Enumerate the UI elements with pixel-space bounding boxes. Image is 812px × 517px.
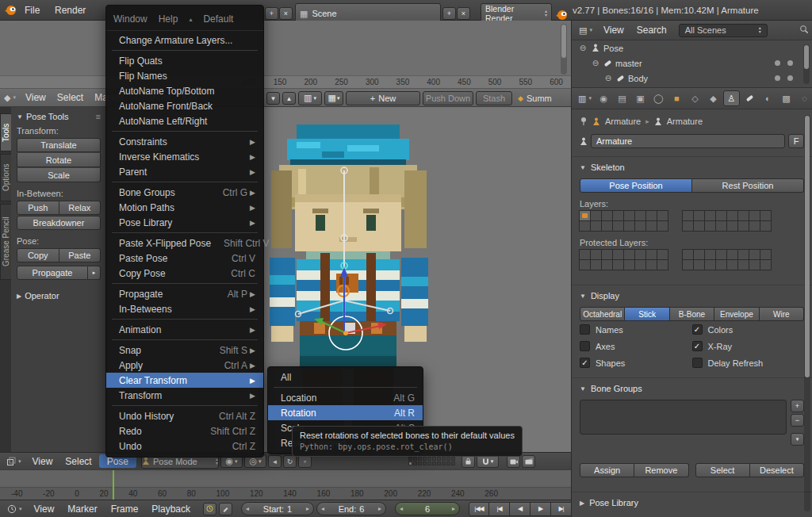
outliner-row-master[interactable]: ⊖ master bbox=[572, 56, 812, 71]
select-button[interactable]: Select bbox=[695, 463, 750, 477]
layer-toggle[interactable] bbox=[634, 210, 646, 221]
layer-toggle[interactable] bbox=[427, 461, 431, 465]
play-reverse-button[interactable]: ◀ bbox=[510, 502, 530, 516]
pin-icon[interactable] bbox=[580, 117, 588, 126]
outliner-row-body[interactable]: ⊖ Body bbox=[572, 71, 812, 86]
layer-toggle[interactable] bbox=[612, 210, 624, 221]
layer-toggle[interactable] bbox=[737, 210, 749, 221]
operator-collapse-icon[interactable]: ▶ bbox=[17, 293, 21, 300]
tab-tools[interactable]: Tools bbox=[0, 113, 11, 151]
layer-toggle[interactable] bbox=[418, 457, 422, 461]
armature-name-field[interactable]: Armature bbox=[591, 134, 785, 148]
layer-toggle[interactable] bbox=[726, 249, 738, 260]
layer-toggle[interactable] bbox=[437, 457, 441, 461]
layer-toggle[interactable] bbox=[645, 220, 657, 232]
layer-toggle[interactable] bbox=[442, 457, 446, 461]
layer-toggle[interactable] bbox=[749, 249, 760, 260]
menu-item-apply[interactable]: ApplyCtrl A▶ bbox=[106, 358, 263, 373]
colors-checkbox[interactable]: Colors bbox=[692, 324, 805, 335]
breadcrumb-data[interactable]: Armature bbox=[667, 117, 703, 126]
tab-world[interactable]: ◯ bbox=[650, 90, 667, 106]
layer-toggle[interactable] bbox=[446, 457, 450, 461]
add-bone-group-button[interactable]: + bbox=[791, 400, 804, 412]
layer-toggle[interactable] bbox=[590, 259, 602, 270]
layer-toggle[interactable] bbox=[704, 249, 716, 260]
menu-item-parent[interactable]: Parent▶ bbox=[106, 164, 263, 179]
layer-toggle[interactable] bbox=[579, 259, 591, 270]
layout-name[interactable]: Default bbox=[203, 13, 233, 25]
layer-toggle[interactable] bbox=[634, 220, 646, 232]
outliner-scrollbar[interactable] bbox=[803, 44, 810, 84]
manipulator-translate-button[interactable]: ◂ bbox=[268, 455, 282, 468]
properties-editor-type-button[interactable]: ▥▾ bbox=[576, 94, 594, 104]
layer-toggle[interactable] bbox=[682, 210, 694, 221]
layer-toggle[interactable] bbox=[418, 461, 422, 465]
search-icon[interactable] bbox=[799, 25, 809, 36]
menu-item-undo-history[interactable]: Undo HistoryCtrl Alt Z bbox=[106, 408, 263, 423]
layer-toggle[interactable] bbox=[715, 220, 727, 232]
layer-toggle[interactable] bbox=[749, 210, 760, 221]
names-checkbox[interactable]: Names bbox=[580, 324, 692, 335]
layer-toggle[interactable] bbox=[442, 461, 446, 465]
tab-render[interactable]: ◉ bbox=[596, 90, 612, 106]
layer-toggle[interactable] bbox=[704, 220, 716, 232]
copy-pose-button[interactable]: Copy bbox=[17, 248, 59, 262]
section-collapse-icon[interactable]: ▼ bbox=[580, 385, 586, 393]
tab-render-layers[interactable]: ▤ bbox=[614, 90, 630, 106]
menu-help[interactable]: Help bbox=[159, 13, 178, 25]
stick-button[interactable]: Stick bbox=[625, 307, 669, 321]
remove-bone-group-button[interactable]: − bbox=[791, 414, 804, 427]
restrict-select-icon[interactable] bbox=[787, 75, 793, 81]
frame-start-field[interactable]: ◂ Start:1 ▸ bbox=[241, 502, 314, 515]
layer-toggle[interactable] bbox=[612, 220, 624, 232]
translate-button[interactable]: Translate bbox=[17, 138, 101, 152]
section-collapse-icon[interactable]: ▼ bbox=[580, 293, 586, 300]
rest-position-button[interactable]: Rest Position bbox=[692, 178, 804, 193]
opengl-render-anim-button[interactable] bbox=[522, 455, 535, 468]
layer-toggle[interactable] bbox=[408, 461, 412, 465]
scale-button[interactable]: Scale bbox=[17, 168, 101, 182]
tab-scene[interactable]: ▣ bbox=[632, 90, 649, 106]
menu-file[interactable]: File bbox=[19, 0, 45, 21]
collapse-icon[interactable]: ⊖ bbox=[591, 59, 600, 67]
layer-toggle[interactable] bbox=[737, 220, 749, 232]
outliner-row-pose[interactable]: ⊖ Pose bbox=[572, 40, 812, 56]
layer-toggle[interactable] bbox=[682, 220, 694, 232]
dopesheet-canvas[interactable]: 100150200250300350400450500550600 bbox=[0, 21, 571, 89]
layer-toggle[interactable] bbox=[413, 457, 417, 461]
bbone-button[interactable]: B-Bone bbox=[670, 307, 714, 321]
menu-item-transform[interactable]: Transform▶ bbox=[106, 388, 263, 403]
timeline-canvas[interactable]: -40-200204060801001201401601802002202402… bbox=[0, 469, 571, 500]
current-frame-marker[interactable] bbox=[113, 470, 114, 500]
bone-group-specials-button[interactable]: ▾ bbox=[791, 433, 804, 446]
collapse-icon[interactable]: ⊖ bbox=[578, 44, 588, 52]
menu-item-propagate[interactable]: PropagateAlt P▶ bbox=[106, 286, 263, 301]
browse-scene-icon[interactable]: ▦ bbox=[300, 9, 308, 19]
layer-toggle[interactable] bbox=[408, 457, 412, 461]
layer-toggle[interactable] bbox=[623, 220, 635, 232]
layer-toggle[interactable] bbox=[726, 259, 738, 270]
submenu-item-all[interactable]: All bbox=[268, 370, 423, 385]
outliner-editor-type-button[interactable]: ▤▾ bbox=[575, 25, 596, 36]
submenu-item-location[interactable]: LocationAlt G bbox=[268, 390, 423, 405]
shapes-checkbox[interactable]: Shapes bbox=[580, 358, 692, 368]
layer-toggle[interactable] bbox=[715, 259, 727, 270]
layer-toggle[interactable] bbox=[715, 249, 727, 260]
layer-toggle[interactable] bbox=[601, 210, 613, 221]
new-action-button[interactable]: +New bbox=[346, 91, 420, 105]
layer-toggle[interactable] bbox=[590, 210, 602, 221]
dopesheet-editor-type-button[interactable]: ◆▾ bbox=[0, 93, 20, 103]
layer-toggle[interactable] bbox=[749, 259, 760, 270]
layer-toggle[interactable] bbox=[693, 220, 705, 232]
layer-toggle[interactable] bbox=[579, 249, 591, 260]
layer-toggle[interactable] bbox=[451, 461, 455, 465]
layer-toggle[interactable] bbox=[601, 259, 613, 270]
layer-toggle[interactable] bbox=[657, 259, 668, 270]
dopesheet-scrollbar[interactable] bbox=[561, 24, 567, 75]
layer-toggle[interactable] bbox=[579, 220, 591, 232]
tab-bone[interactable] bbox=[741, 90, 758, 106]
breadcrumb-object[interactable]: Armature bbox=[605, 117, 641, 126]
outliner-menu-view[interactable]: View bbox=[598, 21, 630, 40]
layer-toggle[interactable] bbox=[760, 259, 772, 270]
collapse-channels-button[interactable]: ▾ bbox=[266, 92, 280, 105]
